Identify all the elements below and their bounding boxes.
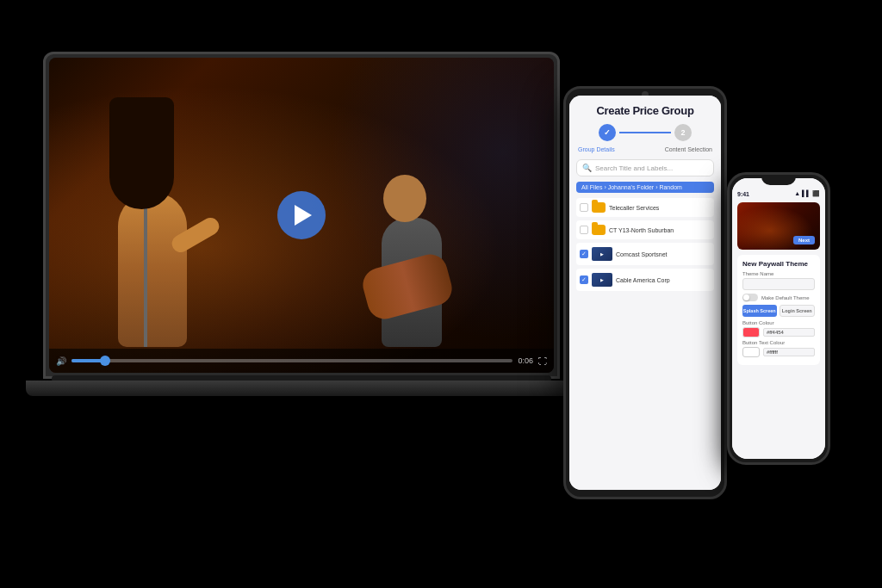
tablet: Create Price Group ✓ 2 Group Details Con… bbox=[563, 86, 727, 499]
phone-notch bbox=[761, 175, 796, 185]
progress-fill bbox=[71, 359, 107, 362]
phone-screen: 9:41 ▲ ▌▌ ⬛ Next New Paywall Theme Theme… bbox=[732, 178, 825, 459]
checkbox-empty[interactable] bbox=[580, 203, 588, 212]
video-controls: 🔊 0:06 ⛶ bbox=[49, 349, 554, 373]
tablet-header: Create Price Group bbox=[576, 104, 714, 117]
splash-screen-button[interactable]: Splash Screen bbox=[742, 305, 777, 317]
step-line bbox=[619, 132, 671, 133]
video-thumbnail bbox=[592, 273, 612, 287]
step-1-circle: ✓ bbox=[599, 124, 616, 141]
singer-figure bbox=[101, 123, 239, 347]
phone: 9:41 ▲ ▌▌ ⬛ Next New Paywall Theme Theme… bbox=[727, 172, 830, 465]
button-text-colour-row: #ffffff bbox=[742, 347, 815, 357]
default-theme-toggle[interactable] bbox=[742, 294, 758, 301]
step-2-circle: 2 bbox=[674, 124, 692, 141]
theme-name-label: Theme Name bbox=[742, 271, 815, 276]
theme-name-input[interactable] bbox=[742, 278, 815, 290]
phone-status-icons: ▲ ▌▌ ⬛ bbox=[794, 190, 820, 197]
phone-time: 9:41 bbox=[737, 191, 749, 197]
video-thumbnail bbox=[592, 247, 612, 261]
search-placeholder: Search Title and Labels... bbox=[595, 164, 673, 172]
singer-hair bbox=[109, 97, 174, 209]
phone-status-bar: 9:41 ▲ ▌▌ ⬛ bbox=[737, 190, 820, 197]
button-text-colour-value[interactable]: #ffffff bbox=[763, 348, 815, 356]
folder-icon bbox=[592, 202, 606, 213]
file-item[interactable]: ✓ Comcast Sportsnet bbox=[576, 243, 714, 265]
phone-next-button[interactable]: Next bbox=[793, 236, 815, 244]
login-screen-button[interactable]: Login Screen bbox=[780, 305, 816, 317]
phone-video-thumb: Next bbox=[737, 202, 820, 250]
fullscreen-icon[interactable]: ⛶ bbox=[538, 356, 547, 366]
checkbox-checked[interactable]: ✓ bbox=[580, 250, 588, 258]
progress-bar[interactable] bbox=[71, 359, 512, 362]
search-bar[interactable]: 🔍 Search Title and Labels... bbox=[576, 159, 714, 176]
default-theme-row: Make Default Theme bbox=[742, 294, 815, 301]
play-button[interactable] bbox=[277, 191, 326, 239]
step-1-label: Group Details bbox=[578, 146, 615, 152]
toggle-knob bbox=[743, 294, 749, 300]
file-name: CT Y13-North Suburban bbox=[609, 227, 711, 233]
step-2-label: Content Selection bbox=[665, 146, 712, 152]
tablet-title: Create Price Group bbox=[576, 104, 714, 117]
file-name: Cable America Corp bbox=[616, 277, 711, 283]
file-item[interactable]: Telecaller Services bbox=[576, 198, 714, 217]
button-text-colour-label: Button Text Colour bbox=[742, 340, 815, 345]
laptop-body: 🔊 0:06 ⛶ bbox=[43, 52, 560, 379]
checkbox-empty[interactable] bbox=[580, 226, 588, 234]
button-colour-row: #ff4454 bbox=[742, 327, 815, 337]
paywall-section-title: New Paywall Theme bbox=[742, 260, 815, 268]
laptop: 🔊 0:06 ⛶ bbox=[43, 52, 577, 499]
checkbox-checked[interactable]: ✓ bbox=[580, 275, 588, 284]
volume-icon: 🔊 bbox=[56, 356, 66, 366]
file-list: Telecaller Services CT Y13-North Suburba… bbox=[576, 198, 714, 291]
step-labels: Group Details Content Selection bbox=[576, 146, 714, 152]
file-name: Comcast Sportsnet bbox=[616, 251, 711, 257]
button-text-colour-swatch[interactable] bbox=[742, 347, 760, 357]
file-name: Telecaller Services bbox=[609, 205, 711, 211]
breadcrumb-bar[interactable]: All Files › Johanna's Folder › Random bbox=[576, 182, 714, 193]
paywall-section: New Paywall Theme Theme Name Make Defaul… bbox=[737, 255, 820, 365]
default-theme-label: Make Default Theme bbox=[761, 295, 810, 300]
play-icon bbox=[295, 205, 312, 226]
tablet-content: Create Price Group ✓ 2 Group Details Con… bbox=[569, 96, 721, 490]
search-icon: 🔍 bbox=[582, 164, 592, 172]
scene: 🔊 0:06 ⛶ bbox=[0, 0, 882, 588]
steps-container: ✓ 2 bbox=[576, 124, 714, 141]
phone-content: 9:41 ▲ ▌▌ ⬛ Next New Paywall Theme Theme… bbox=[732, 178, 825, 459]
singer-body bbox=[118, 192, 187, 347]
progress-dot bbox=[100, 356, 110, 366]
file-item[interactable]: ✓ Cable America Corp bbox=[576, 269, 714, 291]
laptop-screen: 🔊 0:06 ⛶ bbox=[49, 58, 554, 373]
laptop-base bbox=[26, 381, 577, 396]
breadcrumb-text: All Files › Johanna's Folder › Random bbox=[581, 184, 682, 190]
video-time: 0:06 bbox=[518, 356, 533, 365]
tablet-screen: Create Price Group ✓ 2 Group Details Con… bbox=[569, 96, 721, 490]
guitarist-figure bbox=[364, 158, 485, 347]
button-colour-label: Button Colour bbox=[742, 320, 815, 325]
button-colour-value[interactable]: #ff4454 bbox=[763, 328, 815, 337]
video-background: 🔊 0:06 ⛶ bbox=[49, 58, 554, 373]
button-colour-swatch[interactable] bbox=[742, 327, 760, 337]
theme-screen-buttons: Splash Screen Login Screen bbox=[742, 305, 815, 317]
file-item[interactable]: CT Y13-North Suburban bbox=[576, 220, 714, 239]
folder-icon bbox=[592, 225, 606, 235]
guitarist-head bbox=[383, 175, 426, 222]
